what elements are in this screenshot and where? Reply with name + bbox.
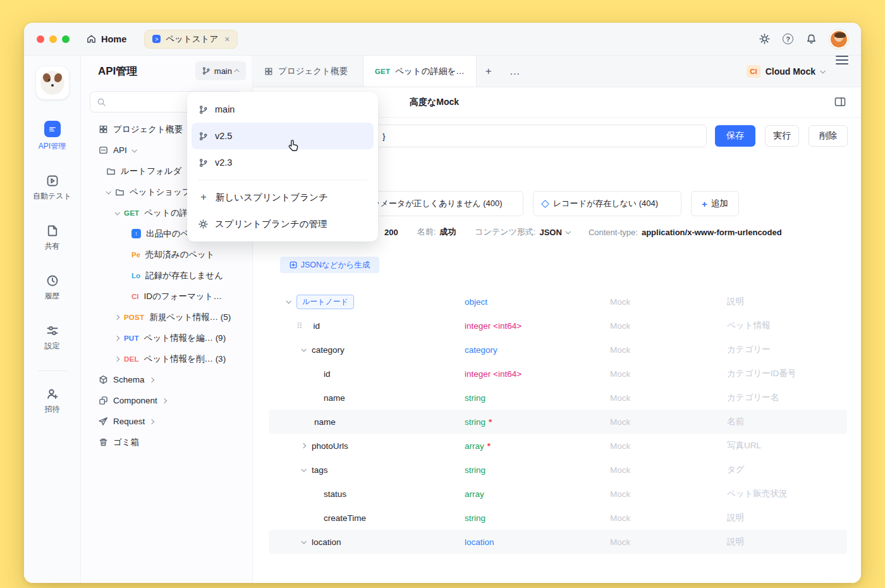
schema-table: ルートノード object Mock 説明 ⠿ id integer <int6…	[269, 290, 847, 554]
sidebar-title: API管理	[98, 64, 137, 78]
project-tab-label: ペットストア	[166, 34, 218, 45]
drag-handle-icon[interactable]: ⠿	[296, 321, 302, 331]
manage-sprint-branch-item[interactable]: スプリントブランチの管理	[192, 211, 374, 237]
schema-row-status[interactable]: status array Mock ペット販売状況	[269, 482, 847, 506]
branch-icon	[198, 105, 208, 114]
chevron-down-icon	[820, 68, 825, 73]
branch-option-v2-3[interactable]: v2.3	[192, 149, 374, 176]
titlebar-actions: ?	[759, 30, 848, 49]
new-tab-plus-icon[interactable]: +	[477, 56, 501, 87]
rail-item-api-manage[interactable]: API管理	[39, 121, 66, 152]
user-avatar[interactable]	[829, 30, 848, 49]
branch-icon	[202, 66, 211, 75]
branch-option-main[interactable]: main	[192, 96, 374, 123]
notifications-bell-icon[interactable]	[806, 34, 817, 44]
project-tab-icon: >	[152, 35, 161, 43]
rail-item-invite[interactable]: 招待	[45, 388, 60, 415]
settings-gear-icon[interactable]	[759, 34, 770, 44]
chevron-right-icon	[149, 419, 154, 424]
schema-row-tags[interactable]: tags string Mock タグ	[269, 458, 847, 482]
tree-item-mock-sold[interactable]: Pe 売却済みのペット	[81, 244, 252, 265]
tree-item-del-endpoint[interactable]: DEL ペット情報を削… (3)	[81, 348, 252, 369]
schema-row-category-name[interactable]: name string Mock カテゴリー名	[269, 386, 847, 410]
schema-row-name[interactable]: name string* Mock 名前	[269, 410, 847, 434]
schema-row-category[interactable]: category category Mock カテゴリー	[269, 338, 847, 362]
titlebar: Home > ペットストア × ?	[24, 23, 861, 56]
gear-icon	[198, 219, 208, 229]
app-window: Home > ペットストア × ?	[24, 23, 861, 583]
menu-hamburger-icon[interactable]	[836, 56, 848, 87]
content-type-label: Content-type:	[589, 228, 638, 237]
plus-icon: +	[702, 199, 707, 209]
settings-sliders-icon	[46, 324, 59, 337]
help-icon[interactable]: ?	[783, 34, 793, 44]
collapse-chevron-icon[interactable]	[301, 539, 306, 544]
folder-icon	[106, 166, 116, 176]
expand-chevron-icon[interactable]	[301, 443, 306, 448]
panel-toggle-icon[interactable]	[834, 97, 846, 107]
tree-item-request[interactable]: Request	[81, 411, 252, 432]
status-code: 200	[384, 228, 398, 237]
rail-item-share[interactable]: 共有	[45, 224, 60, 252]
tab-get-endpoint[interactable]: GET ペットの詳細を…	[363, 56, 477, 87]
tree-item-mock-notfound[interactable]: Lo 記録が存在しません	[81, 265, 252, 286]
search-icon	[97, 97, 106, 107]
content-format-select[interactable]: コンテンツ形式: JSON	[475, 226, 570, 238]
chevron-up-icon	[234, 69, 239, 74]
delete-button[interactable]: 削除	[809, 125, 848, 147]
collapse-chevron-icon[interactable]	[301, 467, 306, 472]
content-type-value: application/x-www-form-urlencoded	[642, 228, 782, 237]
run-button[interactable]: 実行	[765, 125, 799, 147]
schema-row-category-id[interactable]: id integer <int64> Mock カテゴリーID番号	[269, 362, 847, 386]
add-response-button[interactable]: + 追加	[691, 191, 739, 216]
up-arrow-badge-icon: ↑	[131, 229, 141, 238]
tree-item-component[interactable]: Component	[81, 390, 252, 411]
close-window-button[interactable]	[37, 35, 44, 43]
tab-overflow-icon[interactable]: …	[501, 56, 529, 87]
minimize-window-button[interactable]	[49, 35, 57, 43]
collapse-chevron-icon[interactable]	[301, 346, 306, 352]
environment-selector[interactable]: Cl Cloud Mock	[747, 56, 836, 87]
collapse-chevron-icon[interactable]	[286, 298, 291, 303]
generate-from-json-button[interactable]: JSONなどから生成	[280, 257, 379, 273]
chevron-down-icon	[565, 229, 570, 234]
maximize-window-button[interactable]	[62, 35, 70, 43]
tab-project-overview[interactable]: プロジェクト概要	[253, 56, 359, 87]
share-doc-icon	[46, 224, 59, 237]
branch-option-v2-5[interactable]: v2.5	[192, 123, 374, 149]
rail-divider	[38, 371, 67, 371]
branch-selector[interactable]: main	[195, 61, 246, 80]
tree-item-schema[interactable]: Schema	[81, 369, 252, 390]
schema-row-root[interactable]: ルートノード object Mock 説明	[269, 290, 847, 314]
traffic-lights	[37, 35, 70, 43]
chevron-down-icon	[114, 210, 119, 215]
schema-row-id[interactable]: ⠿ id integer <int64> Mock ペット情報	[269, 314, 847, 338]
schema-row-createtime[interactable]: createTime string Mock 説明	[269, 506, 847, 530]
branch-icon	[198, 158, 208, 168]
home-button[interactable]: Home	[86, 34, 126, 44]
tree-item-mock-idformat[interactable]: Cl IDのフォーマット…	[81, 286, 252, 307]
chevron-right-icon	[162, 398, 167, 403]
project-tab[interactable]: > ペットストア ×	[144, 30, 238, 49]
workspace-logo[interactable]	[36, 66, 69, 99]
rail-item-auto-test[interactable]: 自動テスト	[33, 175, 71, 202]
rail-item-history[interactable]: 履歴	[45, 274, 60, 302]
root-node-chip: ルートノード	[296, 295, 354, 309]
close-tab-icon[interactable]: ×	[224, 34, 229, 44]
tab-advanced-mock[interactable]: 高度なMock	[410, 87, 459, 118]
rail-item-settings[interactable]: 設定	[45, 324, 60, 352]
tree-item-trash[interactable]: ゴミ箱	[81, 432, 252, 453]
schema-row-photourls[interactable]: photoUrls array* Mock 写真URL	[269, 434, 847, 458]
branch-dropdown-menu: main v2.5 v2.3 + 新しいスプリントブランチ スプリントブランチの…	[187, 92, 378, 242]
save-button[interactable]: 保存	[715, 125, 755, 147]
history-clock-icon	[46, 274, 59, 287]
schema-row-location[interactable]: location location Mock 説明	[269, 530, 847, 554]
new-sprint-branch-item[interactable]: + 新しいスプリントブランチ	[192, 184, 374, 211]
tree-item-post-endpoint[interactable]: POST 新規ペット情報… (5)	[81, 307, 252, 328]
plus-icon: +	[198, 191, 209, 204]
response-tab-404[interactable]: レコードが存在しない (404)	[533, 191, 681, 216]
folder-icon	[115, 187, 125, 197]
chevron-right-icon	[114, 356, 119, 361]
home-label: Home	[101, 34, 126, 44]
tree-item-put-endpoint[interactable]: PUT ペット情報を編… (9)	[81, 328, 252, 348]
